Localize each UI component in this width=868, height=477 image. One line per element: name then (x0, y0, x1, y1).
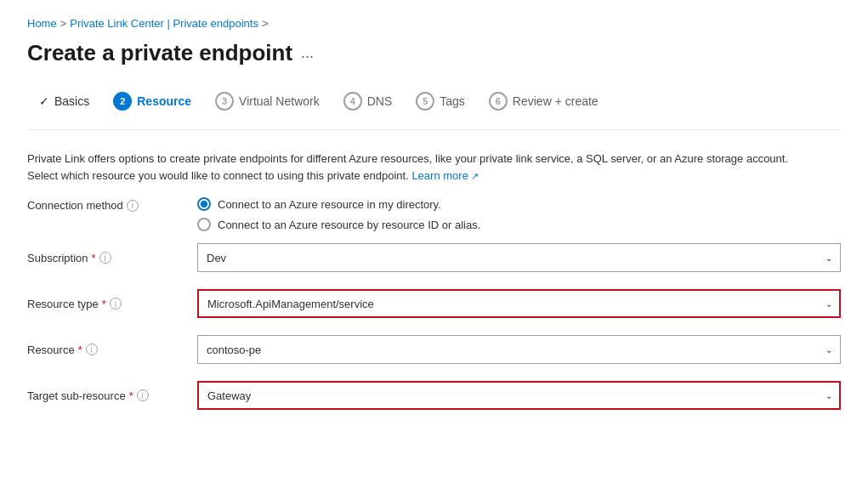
description: Private Link offers options to create pr… (27, 150, 792, 184)
radio-btn-resource-id[interactable] (197, 218, 211, 231)
check-icon: ✓ (39, 94, 49, 108)
step-tags-label: Tags (440, 94, 465, 108)
step-review-create[interactable]: 6 Review + create (477, 87, 610, 116)
radio-directory-label: Connect to an Azure resource in my direc… (218, 198, 441, 211)
connection-method-row: Connection method i Connect to an Azure … (27, 197, 841, 231)
step-resource[interactable]: 2 Resource (101, 87, 203, 116)
subscription-info-icon[interactable]: i (99, 252, 111, 264)
breadcrumb: Home > Private Link Center | Private end… (27, 17, 841, 30)
target-sub-resource-dropdown-wrapper: Gateway ⌄ (197, 381, 841, 410)
step-vnet-label: Virtual Network (239, 94, 320, 108)
step-vnet-circle: 3 (215, 92, 234, 111)
resource-row: Resource * i contoso-pe ⌄ (27, 335, 841, 364)
step-basics-label: Basics (54, 94, 89, 108)
subscription-value: Dev (207, 252, 226, 264)
resource-type-required: * (102, 298, 106, 310)
wizard-steps: ✓ Basics 2 Resource 3 Virtual Network 4 … (27, 87, 841, 130)
step-review-circle: 6 (489, 92, 508, 111)
resource-type-row: Resource type * i Microsoft.ApiManagemen… (27, 289, 841, 318)
target-sub-resource-value: Gateway (207, 389, 251, 402)
resource-label: Resource * i (27, 344, 197, 356)
radio-resource-id[interactable]: Connect to an Azure resource by resource… (197, 218, 480, 231)
step-virtual-network[interactable]: 3 Virtual Network (203, 87, 332, 116)
target-sub-resource-required: * (129, 389, 133, 402)
step-tags[interactable]: 5 Tags (404, 87, 477, 116)
subscription-dropdown-wrapper: Dev ⌄ (197, 243, 841, 272)
step-dns-circle: 4 (343, 92, 362, 111)
step-resource-label: Resource (137, 94, 191, 108)
target-sub-resource-chevron-icon: ⌄ (825, 391, 832, 400)
step-basics[interactable]: ✓ Basics (27, 89, 101, 113)
subscription-chevron-icon: ⌄ (825, 253, 832, 263)
radio-resource-id-label: Connect to an Azure resource by resource… (218, 219, 480, 231)
page-title: Create a private endpoint ... (27, 40, 841, 66)
breadcrumb-sep2: > (262, 17, 269, 30)
learn-more-link[interactable]: Learn more (411, 169, 479, 182)
description-text: Private Link offers options to create pr… (27, 152, 788, 182)
breadcrumb-sep1: > (60, 17, 67, 30)
connection-method-info-icon[interactable]: i (127, 200, 139, 212)
resource-value: contoso-pe (207, 344, 261, 356)
radio-btn-directory[interactable] (197, 197, 211, 211)
step-resource-circle: 2 (113, 92, 132, 111)
breadcrumb-home[interactable]: Home (27, 17, 57, 30)
resource-type-chevron-icon: ⌄ (825, 299, 832, 309)
subscription-required: * (92, 252, 96, 264)
target-sub-resource-info-icon[interactable]: i (137, 389, 149, 401)
resource-dropdown[interactable]: contoso-pe ⌄ (197, 335, 841, 364)
target-sub-resource-label: Target sub-resource * i (27, 389, 197, 402)
resource-type-info-icon[interactable]: i (110, 298, 122, 309)
step-tags-circle: 5 (416, 92, 434, 111)
resource-type-label: Resource type * i (27, 298, 197, 310)
step-review-label: Review + create (513, 94, 599, 108)
breadcrumb-private-link[interactable]: Private Link Center | Private endpoints (70, 17, 258, 30)
subscription-row: Subscription * i Dev ⌄ (27, 243, 841, 272)
radio-directory[interactable]: Connect to an Azure resource in my direc… (197, 197, 480, 211)
resource-required: * (78, 344, 82, 356)
target-sub-resource-row: Target sub-resource * i Gateway ⌄ (27, 381, 841, 410)
subscription-dropdown[interactable]: Dev ⌄ (197, 243, 841, 272)
resource-type-dropdown[interactable]: Microsoft.ApiManagement/service ⌄ (197, 289, 841, 318)
connection-method-options: Connect to an Azure resource in my direc… (197, 197, 480, 231)
resource-info-icon[interactable]: i (86, 344, 98, 355)
connection-method-label: Connection method i (27, 197, 197, 212)
target-sub-resource-dropdown[interactable]: Gateway ⌄ (197, 381, 841, 410)
resource-type-dropdown-wrapper: Microsoft.ApiManagement/service ⌄ (197, 289, 841, 318)
subscription-label: Subscription * i (27, 252, 197, 264)
resource-chevron-icon: ⌄ (825, 345, 832, 355)
step-dns-label: DNS (367, 94, 393, 108)
step-dns[interactable]: 4 DNS (332, 87, 405, 116)
resource-type-value: Microsoft.ApiManagement/service (207, 298, 374, 310)
resource-dropdown-wrapper: contoso-pe ⌄ (197, 335, 841, 364)
page-title-ellipsis: ... (301, 44, 314, 62)
